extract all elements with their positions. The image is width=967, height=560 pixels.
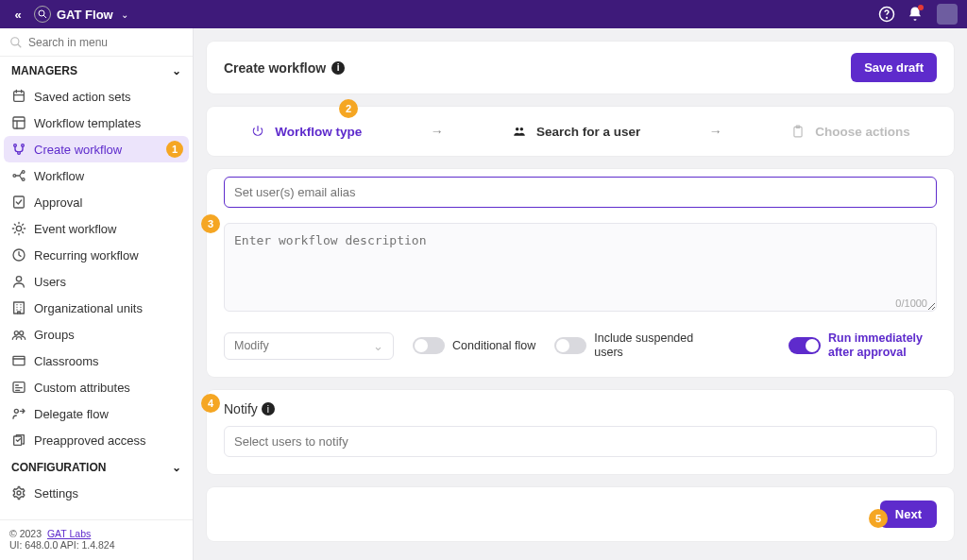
toggle-include-suspended[interactable]: Include suspended users <box>554 331 703 360</box>
help-icon[interactable] <box>876 4 897 25</box>
sidebar-item-delegate[interactable]: Delegate flow <box>0 400 193 427</box>
sidebar-item-label: Saved action sets <box>34 90 131 104</box>
save-draft-button[interactable]: Save draft <box>851 53 937 82</box>
notifications-icon[interactable] <box>905 4 925 25</box>
sidebar-item-label: Groups <box>34 328 75 342</box>
users-icon <box>11 274 26 289</box>
classrooms-icon <box>11 353 26 368</box>
annotation-badge-4: 4 <box>201 394 220 413</box>
sidebar-item-label: Event workflow <box>34 222 116 236</box>
toggle-run-immediately[interactable]: Run immediately after approval <box>789 331 937 360</box>
company-link[interactable]: GAT Labs <box>47 528 91 539</box>
sidebar-item-groups[interactable]: Groups <box>0 321 193 348</box>
sidebar-item-label: Preapproved access <box>34 433 146 448</box>
sidebar-item-users[interactable]: Users <box>0 268 193 295</box>
svg-point-23 <box>14 409 18 413</box>
workflow-type-select[interactable]: Modify ⌄ <box>224 332 394 360</box>
svg-point-15 <box>16 226 21 230</box>
page-header-card: Create workflow i Save draft <box>207 42 954 93</box>
sidebar-item-templates[interactable]: Workflow templates <box>0 110 193 136</box>
svg-point-27 <box>520 127 524 131</box>
app-logo-icon <box>34 6 51 23</box>
toggle-switch[interactable] <box>554 337 586 354</box>
workflow-icon <box>11 168 26 183</box>
char-counter: 0/1000 <box>895 297 927 309</box>
notify-title: Notify <box>224 401 258 416</box>
email-alias-input[interactable] <box>224 177 937 208</box>
step-separator: → <box>431 124 444 139</box>
app-switcher[interactable]: GAT Flow ⌄ <box>34 6 128 23</box>
workflow-steps: 2 Workflow type → Search for a user → <box>207 107 954 156</box>
toggle-label: Run immediately after approval <box>828 331 937 360</box>
sidebar-item-label: Users <box>34 275 66 289</box>
menu-search[interactable] <box>0 28 193 57</box>
sidebar-item-label: Organizational units <box>34 301 143 315</box>
sidebar-item-custom[interactable]: Custom attributes <box>0 374 193 400</box>
users-icon <box>512 124 527 139</box>
svg-point-26 <box>516 127 519 131</box>
next-button[interactable]: Next <box>880 501 937 528</box>
user-avatar[interactable] <box>937 4 958 25</box>
step-label: Workflow type <box>275 125 362 139</box>
toggle-conditional-flow[interactable]: Conditional flow <box>413 337 535 354</box>
page-title-text: Create workflow <box>224 60 326 76</box>
approval-icon <box>11 195 26 210</box>
annotation-badge-3: 3 <box>201 214 220 233</box>
svg-line-5 <box>18 43 22 47</box>
sidebar-item-create[interactable]: Create workflow1 <box>4 136 189 162</box>
version-text: UI: 648.0.0 API: 1.4.824 <box>9 539 183 551</box>
preapproved-icon <box>11 433 26 448</box>
sidebar-item-workflow[interactable]: Workflow <box>0 162 193 189</box>
sidebar-item-saved-sets[interactable]: Saved action sets <box>0 83 193 110</box>
menu-search-input[interactable] <box>28 36 183 49</box>
search-icon <box>9 36 23 49</box>
settings-icon <box>11 485 26 501</box>
step-workflow-type[interactable]: Workflow type <box>250 124 362 139</box>
svg-point-19 <box>14 331 18 335</box>
delegate-icon <box>11 406 26 421</box>
toggle-switch[interactable] <box>413 337 445 354</box>
sidebar-item-event[interactable]: Event workflow <box>0 215 193 242</box>
step-search-user[interactable]: Search for a user <box>512 124 640 139</box>
notify-users-input[interactable] <box>224 426 937 457</box>
step-label: Search for a user <box>536 125 640 139</box>
info-icon[interactable]: i <box>331 61 345 75</box>
step-separator: → <box>709 124 722 139</box>
sidebar-item-recurring[interactable]: Recurring workflow <box>0 242 193 268</box>
section-managers[interactable]: MANAGERS ⌄ <box>0 57 193 83</box>
saved-sets-icon <box>11 89 26 104</box>
chevron-down-icon: ⌄ <box>172 461 181 474</box>
sidebar-item-settings[interactable]: Settings <box>0 480 193 506</box>
collapse-sidebar-icon[interactable]: « <box>9 8 26 22</box>
sidebar-item-preapproved[interactable]: Preapproved access <box>0 427 193 453</box>
sidebar-item-classrooms[interactable]: Classrooms <box>0 348 193 374</box>
section-managers-label: MANAGERS <box>11 64 77 77</box>
svg-rect-14 <box>14 196 25 208</box>
notification-indicator <box>918 5 924 10</box>
sidebar-item-org[interactable]: Organizational units <box>0 295 193 321</box>
custom-icon <box>11 380 26 395</box>
description-textarea[interactable] <box>224 223 937 312</box>
power-icon <box>250 124 265 139</box>
section-configuration[interactable]: CONFIGURATION ⌄ <box>0 453 193 480</box>
topbar: « GAT Flow ⌄ <box>0 0 967 28</box>
sidebar-item-approval[interactable]: Approval <box>0 189 193 215</box>
copyright-text: © 2023 <box>9 528 42 539</box>
main-content: Create workflow i Save draft 2 Workflow … <box>194 28 967 560</box>
recurring-icon <box>11 247 26 263</box>
annotation-badge-1: 1 <box>166 141 183 158</box>
step-label: Choose actions <box>815 125 910 139</box>
templates-icon <box>11 115 26 130</box>
sidebar-item-label: Classrooms <box>34 354 99 368</box>
app-name: GAT Flow <box>57 8 113 22</box>
section-configuration-label: CONFIGURATION <box>11 461 106 474</box>
event-icon <box>11 221 26 236</box>
toggle-switch[interactable] <box>789 337 821 354</box>
sidebar: MANAGERS ⌄ Saved action setsWorkflow tem… <box>0 28 194 560</box>
select-value: Modify <box>234 339 269 352</box>
step-choose-actions[interactable]: Choose actions <box>790 124 910 139</box>
svg-rect-6 <box>14 92 25 102</box>
notify-card: Notify i <box>207 390 954 474</box>
info-icon[interactable]: i <box>262 402 275 416</box>
svg-point-17 <box>16 277 21 281</box>
